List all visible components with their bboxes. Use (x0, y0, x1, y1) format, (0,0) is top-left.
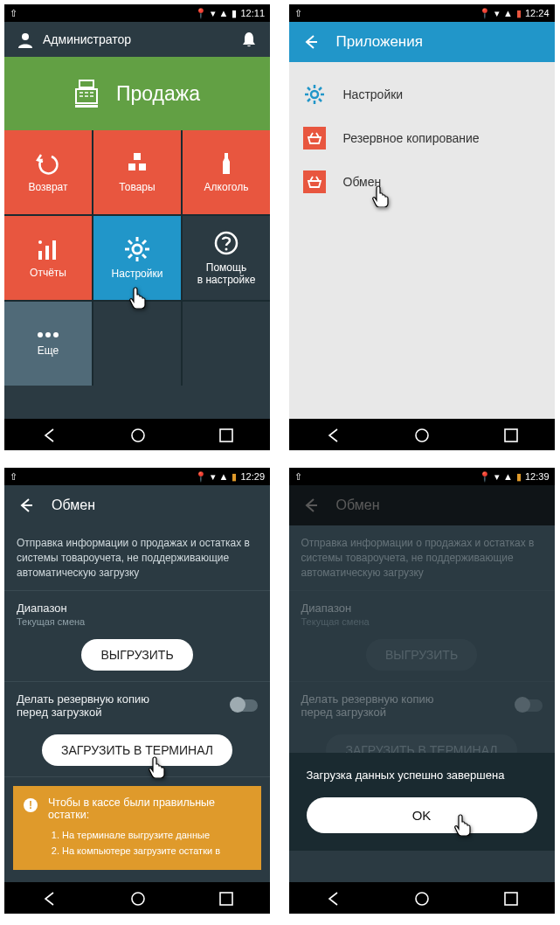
svg-rect-17 (45, 246, 49, 260)
ok-button[interactable]: OK (307, 797, 537, 833)
apps-item-backup[interactable]: Резервное копирование (289, 116, 555, 160)
apps-title: Приложения (336, 33, 423, 51)
upload-icon: ⇧ (294, 8, 302, 19)
status-bar: ⇧ 📍▾▲▮12:24 (289, 4, 555, 22)
sale-label: Продажа (116, 82, 200, 106)
svg-rect-12 (134, 153, 141, 160)
apps-item-label: Обмен (343, 175, 382, 189)
svg-line-38 (308, 87, 310, 90)
register-icon (74, 79, 99, 108)
svg-line-41 (308, 99, 310, 101)
tile-settings[interactable]: Настройки (93, 216, 181, 300)
exchange-title: Обмен (52, 497, 95, 513)
nav-home[interactable] (413, 427, 429, 442)
location-icon: 📍 (479, 471, 491, 483)
nav-home[interactable] (129, 890, 145, 906)
tile-empty (183, 302, 270, 386)
screen-exchange: ⇧ 📍▾▲▮12:29 Обмен Отправка информации о … (4, 468, 270, 914)
nav-recent[interactable] (218, 890, 233, 906)
wifi-icon: ▾ (211, 471, 216, 483)
nav-back[interactable] (325, 427, 341, 442)
tile-reports[interactable]: Отчёты (4, 216, 92, 300)
bell-icon[interactable] (240, 31, 258, 48)
apps-item-label: Резервное копирование (343, 131, 480, 145)
screen-apps: ⇧ 📍▾▲▮12:24 Приложения Настройки Резервн… (289, 4, 555, 450)
svg-rect-3 (80, 80, 93, 87)
wifi-icon: ▾ (494, 8, 500, 19)
range-section[interactable]: Диапазон Текущая смена ВЫГРУЗИТЬ (4, 591, 270, 682)
location-icon: 📍 (479, 8, 491, 19)
load-terminal-button[interactable]: ЗАГРУЗИТЬ В ТЕРМИНАЛ (42, 734, 232, 766)
backup-toggle[interactable] (232, 699, 258, 712)
screen-home: ⇧ 📍▾▲▮12:11 Администратор Продажа Возвра… (4, 4, 270, 450)
app-header: Администратор (4, 22, 270, 57)
boxes-icon (125, 151, 149, 176)
nav-recent[interactable] (502, 427, 518, 442)
exchange-body-dimmed: Отправка информации о продажах и остатка… (289, 525, 555, 882)
range-value: Текущая смена (301, 616, 543, 627)
tile-label: Еще (38, 344, 59, 357)
range-value: Текущая смена (17, 616, 258, 627)
back-icon[interactable] (301, 33, 319, 51)
nav-back[interactable] (41, 890, 57, 906)
tile-alcohol[interactable]: Алкоголь (183, 130, 270, 214)
tile-label: Товары (119, 181, 155, 193)
battery-icon: ▮ (516, 8, 522, 19)
tile-label: Возврат (29, 181, 68, 193)
load-section: Делать резервную копию перед загрузкой З… (4, 682, 270, 777)
svg-rect-5 (75, 105, 98, 108)
apps-list: Настройки Резервное копирование Обмен (289, 62, 555, 419)
apps-item-exchange[interactable]: Обмен (289, 160, 555, 204)
back-icon[interactable] (17, 497, 34, 514)
tile-help[interactable]: Помощьв настройке (183, 216, 270, 300)
backup-toggle (516, 699, 543, 712)
tile-more[interactable]: Еще (4, 302, 92, 386)
upload-icon: ⇧ (294, 471, 302, 483)
nav-home[interactable] (413, 890, 429, 906)
svg-line-39 (319, 99, 321, 101)
clock: 12:24 (525, 8, 550, 18)
range-section: Диапазон Текущая смена ВЫГРУЗИТЬ (289, 591, 555, 682)
nav-recent[interactable] (502, 890, 518, 906)
nav-back[interactable] (325, 890, 341, 906)
sale-tile[interactable]: Продажа (4, 57, 270, 130)
upload-icon: ⇧ (10, 8, 17, 19)
nav-back[interactable] (41, 427, 57, 442)
screen-exchange-done: ⇧ 📍▾▲▮12:39 Обмен Отправка информации о … (289, 468, 555, 914)
banner-title: Чтобы в кассе были правильные остатки: (48, 796, 251, 821)
wifi-icon: ▾ (211, 8, 216, 19)
apps-item-settings[interactable]: Настройки (289, 73, 555, 116)
svg-rect-14 (139, 163, 146, 170)
exchange-description: Отправка информации о продажах и остатка… (4, 525, 270, 591)
svg-point-32 (53, 332, 59, 337)
svg-line-26 (142, 240, 146, 244)
bottle-icon (214, 151, 239, 176)
exchange-body: Отправка информации о продажах и остатка… (4, 525, 270, 882)
svg-point-33 (311, 91, 318, 98)
nav-recent[interactable] (218, 427, 233, 442)
svg-point-30 (38, 332, 43, 337)
upload-icon: ⇧ (10, 471, 17, 483)
exchange-header: Обмен (289, 485, 555, 525)
bars-icon (36, 237, 60, 261)
signal-icon: ▲ (503, 471, 513, 482)
svg-line-24 (128, 240, 132, 244)
success-toast: Загрузка данных успешно завершена OK (289, 753, 555, 851)
unload-button[interactable]: ВЫГРУЗИТЬ (81, 639, 192, 671)
nav-bar (289, 419, 555, 450)
svg-point-19 (133, 245, 142, 254)
backup-toggle-label: Делать резервную копию перед загрузкой (301, 692, 467, 719)
alert-icon: ! (24, 798, 38, 812)
status-bar: ⇧ 📍▾▲▮12:11 (4, 4, 270, 22)
nav-home[interactable] (129, 427, 145, 442)
battery-icon: ▮ (516, 471, 522, 483)
range-label: Диапазон (17, 602, 258, 615)
tile-return[interactable]: Возврат (4, 130, 92, 214)
signal-icon: ▲ (219, 8, 229, 18)
home-tiles: Возврат Товары Алкоголь Отчёты Настройки (4, 130, 270, 386)
tile-goods[interactable]: Товары (93, 130, 181, 214)
clock: 12:29 (240, 471, 265, 482)
basket-icon (303, 127, 326, 150)
svg-rect-18 (52, 240, 56, 260)
exchange-title: Обмен (336, 497, 380, 513)
